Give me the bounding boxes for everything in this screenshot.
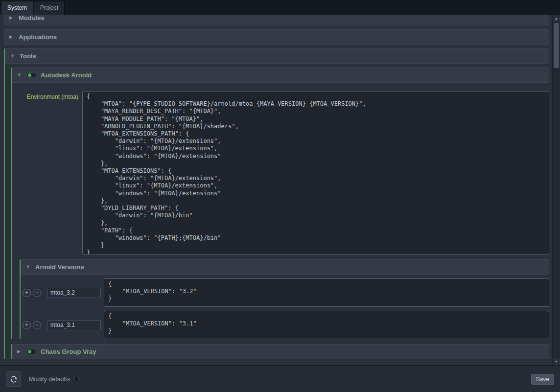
tab-project[interactable]: Project: [34, 1, 65, 15]
scroll-down-icon: ▼: [555, 360, 558, 363]
section-title-applications: Applications: [19, 33, 57, 41]
section-title-vray: Chaos Group Vray: [41, 348, 96, 355]
footer-bar: Modify defaults Save: [0, 365, 560, 392]
remove-version-button[interactable]: −: [33, 321, 41, 329]
chevron-down-icon: ▼: [10, 54, 15, 58]
modify-defaults-checkbox[interactable]: [74, 377, 79, 381]
settings-panel: ▶ Modules ▶ Applications ▼ Tools: [0, 15, 552, 359]
chevron-right-icon: ▶: [9, 16, 14, 20]
section-title-modules: Modules: [19, 15, 45, 22]
chevron-down-icon: ▼: [26, 265, 31, 269]
scrollbar-thumb[interactable]: [554, 23, 559, 68]
version-json-editor[interactable]: { "MTOA_VERSION": "3.1" }: [104, 311, 549, 339]
modify-defaults-label: Modify defaults: [29, 376, 70, 383]
settings-window: System Project ▶ Modules ▶ Applications …: [0, 0, 560, 392]
section-header-tools[interactable]: ▼ Tools: [5, 48, 549, 64]
scrollbar-track[interactable]: [553, 22, 560, 358]
version-row: + − { "MTOA_VERSION": "3.2" }: [23, 278, 549, 307]
add-version-button[interactable]: +: [23, 289, 31, 297]
chevron-right-icon: ▶: [9, 35, 14, 39]
scroll-up-button[interactable]: ▲: [553, 15, 560, 22]
version-key-input[interactable]: [47, 288, 101, 298]
version-rows: + − { "MTOA_VERSION": "3.2" } + −: [21, 275, 549, 339]
refresh-button[interactable]: [6, 371, 21, 387]
chevron-right-icon: ▶: [17, 349, 22, 354]
arnold-enabled-toggle-icon[interactable]: [26, 72, 36, 78]
section-tools: ▼ Tools ▼ Autodesk Arnold: [4, 48, 549, 359]
vertical-scrollbar: ▲ ▼: [552, 15, 560, 365]
section-header-arnold-versions[interactable]: ▼ Arnold Versions: [21, 259, 549, 275]
scroll-down-button[interactable]: ▼: [553, 358, 560, 365]
section-header-arnold[interactable]: ▼ Autodesk Arnold: [12, 68, 549, 83]
section-title-arnold-versions: Arnold Versions: [35, 263, 84, 271]
environment-json-editor[interactable]: { "MTOA": "{PYPE_STUDIO_SOFTWARE}/arnold…: [82, 91, 549, 254]
version-row: + − { "MTOA_VERSION": "3.1" }: [23, 311, 549, 339]
vray-enabled-toggle-icon[interactable]: [26, 349, 36, 354]
environment-label: Environment (mtoa): [13, 91, 82, 100]
remove-version-button[interactable]: −: [33, 289, 41, 297]
environment-row: Environment (mtoa) { "MTOA": "{PYPE_STUD…: [13, 87, 549, 254]
section-header-modules[interactable]: ▶ Modules: [4, 15, 549, 25]
settings-scroll-area: ▶ Modules ▶ Applications ▼ Tools: [0, 15, 560, 365]
section-title-arnold: Autodesk Arnold: [41, 71, 92, 79]
save-button[interactable]: Save: [531, 374, 554, 385]
section-arnold: ▼ Autodesk Arnold Environment (mtoa) { "…: [11, 68, 549, 339]
section-arnold-versions: ▼ Arnold Versions + − { "MTOA_VERSION": …: [20, 259, 549, 339]
refresh-icon: [9, 375, 18, 384]
section-vray: ▶ Chaos Group Vray: [11, 344, 549, 359]
scroll-up-icon: ▲: [555, 17, 558, 20]
section-header-vray[interactable]: ▶ Chaos Group Vray: [12, 344, 549, 359]
version-key-input[interactable]: [47, 320, 101, 330]
tools-body: ▼ Autodesk Arnold Environment (mtoa) { "…: [5, 64, 549, 359]
add-version-button[interactable]: +: [23, 321, 31, 329]
section-title-tools: Tools: [20, 52, 36, 60]
version-json-editor[interactable]: { "MTOA_VERSION": "3.2" }: [104, 278, 549, 307]
chevron-down-icon: ▼: [17, 73, 22, 77]
arnold-body: Environment (mtoa) { "MTOA": "{PYPE_STUD…: [12, 83, 549, 339]
tab-bar: System Project: [0, 0, 560, 15]
tab-system[interactable]: System: [1, 1, 33, 15]
section-header-applications[interactable]: ▶ Applications: [4, 29, 549, 45]
